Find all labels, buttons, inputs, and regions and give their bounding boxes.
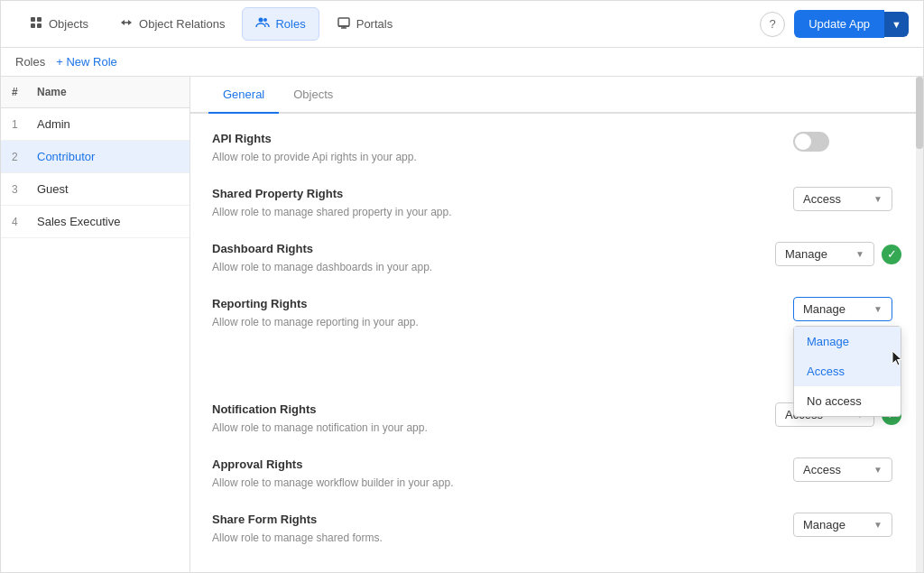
sub-nav: Roles + New Role (1, 48, 923, 77)
role-num-4: 4 (12, 216, 37, 228)
help-button[interactable]: ? (760, 12, 785, 37)
reporting-select[interactable]: Manage ▼ (793, 297, 892, 321)
api-rights-desc: Allow role to provide Api rights in your… (212, 149, 483, 165)
role-num-1: 1 (12, 118, 37, 131)
svg-rect-2 (31, 23, 35, 28)
app-container: Objects Object Relations Roles Portals ?… (0, 0, 924, 573)
breadcrumb: Roles (15, 55, 45, 69)
approval-select[interactable]: Access ▼ (793, 457, 892, 482)
api-rights-title: API Rights (212, 132, 782, 145)
reporting-rights-title: Reporting Rights (212, 297, 782, 310)
reporting-rights-row: Reporting Rights Allow role to manage re… (212, 297, 901, 330)
shared-property-rights-row: Shared Property Rights Allow role to man… (212, 187, 901, 220)
dropdown-item-manage[interactable]: Manage (794, 327, 901, 356)
shared-property-rights-desc: Allow role to manage shared property in … (212, 204, 483, 220)
roles-sidebar: # Name 1 Admin 2 Contributor 3 Guest 4 S… (1, 77, 190, 572)
role-row-sales[interactable]: 4 Sales Executive (1, 206, 189, 238)
dropdown-item-no-access[interactable]: No access (794, 386, 901, 416)
reporting-rights-info: Reporting Rights Allow role to manage re… (212, 297, 782, 330)
roles-table-header: # Name (1, 77, 189, 108)
approval-rights-desc: Allow role to manage workflow builder in… (212, 475, 483, 491)
shared-property-select[interactable]: Access ▼ (793, 187, 892, 211)
tab-object-relations[interactable]: Object Relations (106, 7, 238, 41)
svg-rect-1 (37, 17, 42, 22)
share-form-chevron: ▼ (873, 520, 882, 530)
approval-value: Access (803, 463, 841, 476)
top-nav-right: ? Update App ▼ (760, 10, 909, 38)
reporting-rights-control: Manage ▼ Manage Access No access (793, 297, 901, 321)
role-name-guest: Guest (37, 182, 69, 196)
dropdown-item-access[interactable]: Access (794, 356, 901, 386)
share-form-rights-info: Share Form Rights Allow role to manage s… (212, 513, 782, 546)
dashboard-rights-info: Dashboard Rights Allow role to manage da… (212, 242, 764, 275)
dashboard-rights-control: Manage ▼ ✓ (775, 242, 901, 266)
approval-rights-control: Access ▼ (793, 457, 901, 482)
svg-rect-7 (338, 18, 349, 26)
dashboard-value: Manage (785, 247, 827, 261)
tab-general[interactable]: General (208, 77, 279, 114)
tab-roles[interactable]: Roles (242, 7, 319, 41)
share-form-value: Manage (803, 518, 845, 531)
dashboard-check-icon: ✓ (882, 245, 901, 264)
reporting-value: Manage (803, 302, 845, 316)
col-name-header: Name (37, 86, 67, 98)
tab-objects[interactable]: Objects (15, 7, 102, 41)
svg-rect-0 (31, 17, 35, 22)
approval-rights-info: Approval Rights Allow role to manage wor… (212, 457, 782, 491)
tab-objects[interactable]: Objects (279, 77, 347, 114)
role-name-admin: Admin (37, 117, 70, 131)
reporting-chevron: ▼ (873, 304, 882, 314)
shared-property-rights-info: Shared Property Rights Allow role to man… (212, 187, 782, 220)
reporting-dropdown: Manage Access No access (793, 326, 901, 417)
role-name-contributor: Contributor (37, 150, 95, 163)
dashboard-rights-row: Dashboard Rights Allow role to manage da… (212, 242, 901, 275)
share-form-rights-control: Manage ▼ (793, 513, 901, 537)
col-num-header: # (12, 86, 37, 98)
shared-property-rights-control: Access ▼ (793, 187, 901, 211)
notification-rights-title: Notification Rights (212, 402, 764, 416)
role-num-2: 2 (12, 151, 37, 163)
share-form-rights-row: Share Form Rights Allow role to manage s… (212, 513, 901, 546)
role-name-sales: Sales Executive (37, 215, 121, 228)
svg-point-6 (263, 18, 267, 22)
notification-rights-desc: Allow role to manage notification in you… (212, 420, 483, 436)
dashboard-select[interactable]: Manage ▼ (775, 242, 874, 266)
svg-point-5 (259, 18, 263, 23)
shared-property-chevron: ▼ (873, 194, 882, 204)
tab-object-relations-label: Object Relations (139, 17, 225, 31)
dashboard-chevron: ▼ (855, 249, 864, 259)
scrollbar-thumb[interactable] (916, 77, 923, 149)
approval-rights-title: Approval Rights (212, 457, 782, 471)
objects-icon (29, 15, 43, 32)
update-app-arrow-button[interactable]: ▼ (884, 12, 909, 37)
share-form-select[interactable]: Manage ▼ (793, 513, 892, 537)
tab-roles-label: Roles (275, 17, 305, 31)
dashboard-rights-desc: Allow role to manage dashboards in your … (212, 259, 483, 275)
detail-panel: General Objects API Rights Allow role to… (190, 77, 923, 572)
reporting-rights-desc: Allow role to manage reporting in your a… (212, 314, 483, 330)
approval-rights-row: Approval Rights Allow role to manage wor… (212, 457, 901, 491)
role-row-guest[interactable]: 3 Guest (1, 173, 189, 206)
portals-icon (337, 15, 351, 32)
shared-property-rights-title: Shared Property Rights (212, 187, 782, 200)
object-relations-icon (119, 15, 134, 32)
top-nav: Objects Object Relations Roles Portals ?… (1, 1, 923, 48)
tab-portals-label: Portals (356, 17, 393, 31)
role-row-admin[interactable]: 1 Admin (1, 108, 189, 141)
share-form-rights-title: Share Form Rights (212, 513, 782, 526)
tab-objects-label: Objects (49, 17, 88, 31)
tab-portals[interactable]: Portals (323, 7, 406, 41)
api-rights-toggle[interactable] (793, 132, 829, 152)
update-app-button[interactable]: Update App (794, 10, 884, 38)
role-row-contributor[interactable]: 2 Contributor (1, 141, 189, 173)
scrollbar-track[interactable] (916, 77, 923, 572)
share-form-rights-desc: Allow role to manage shared forms. (212, 530, 483, 546)
dashboard-rights-title: Dashboard Rights (212, 242, 764, 255)
svg-rect-3 (37, 23, 42, 28)
detail-body: API Rights Allow role to provide Api rig… (190, 114, 923, 572)
new-role-button[interactable]: + New Role (56, 55, 117, 69)
update-btn-group: Update App ▼ (794, 10, 909, 38)
shared-property-value: Access (803, 192, 841, 206)
api-rights-control (793, 132, 901, 152)
roles-icon (255, 15, 270, 32)
